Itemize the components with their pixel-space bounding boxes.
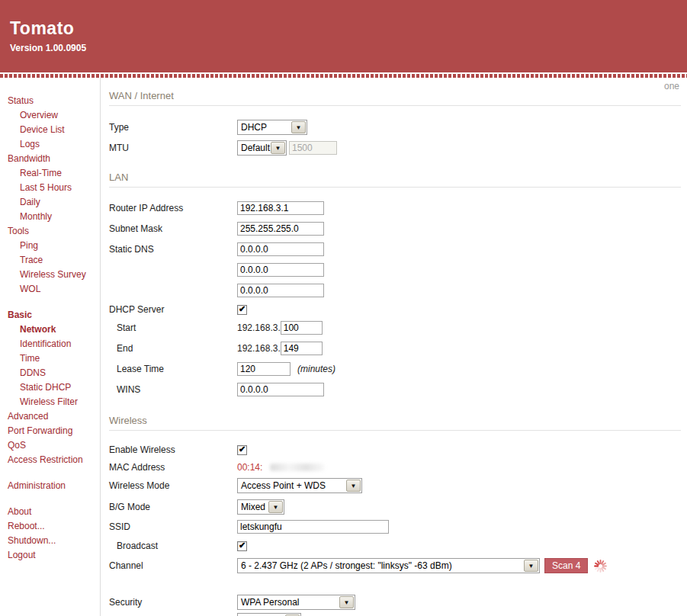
channel-row: Channel 6 - 2.437 GHz (2 APs / strongest…	[109, 558, 681, 573]
channel-label: Channel	[109, 560, 237, 571]
static-dns-input-3[interactable]	[237, 284, 324, 297]
security-label: Security	[109, 597, 237, 608]
static-dns-row-2	[109, 263, 681, 277]
wan-type-select[interactable]: DHCP ▼	[237, 120, 307, 135]
dhcp-start-row: Start 192.168.3.	[109, 321, 681, 335]
dhcp-end-input[interactable]	[281, 342, 323, 355]
bg-mode-label: B/G Mode	[109, 502, 237, 512]
sidebar-item-trace[interactable]: Trace	[8, 253, 100, 268]
sidebar-item-reboot[interactable]: Reboot...	[8, 519, 100, 534]
wan-type-label: Type	[109, 122, 237, 133]
bg-mode-select[interactable]: Mixed ▼	[237, 499, 284, 515]
chevron-down-icon: ▼	[346, 480, 361, 492]
enable-wireless-checkbox[interactable]: ✔	[237, 445, 247, 455]
security-selected-value: WPA Personal	[241, 597, 299, 608]
mac-address-value: 00:14:	[237, 462, 262, 473]
chevron-down-icon: ▼	[271, 142, 285, 154]
sidebar-item-basic[interactable]: Basic	[8, 308, 100, 322]
sidebar-item-administration[interactable]: Administration	[8, 479, 100, 493]
wins-input[interactable]	[237, 383, 324, 396]
sidebar-item-time[interactable]: Time	[8, 351, 100, 366]
scan-button[interactable]: Scan 4	[544, 558, 588, 573]
sidebar-item-port-forwarding[interactable]: Port Forwarding	[8, 424, 100, 438]
sidebar-item-qos[interactable]: QoS	[8, 438, 100, 453]
static-dns-row-1: Static DNS	[109, 242, 681, 256]
ssid-row: SSID	[109, 520, 681, 534]
sidebar-item-access-restriction[interactable]: Access Restriction	[8, 453, 100, 467]
sidebar-item-real-time[interactable]: Real-Time	[8, 166, 100, 181]
sidebar-item-bandwidth[interactable]: Bandwidth	[8, 152, 100, 166]
dhcp-server-checkbox[interactable]: ✔	[237, 305, 247, 315]
channel-selected-value: 6 - 2.437 GHz (2 APs / strongest: "links…	[241, 560, 452, 571]
router-ip-row: Router IP Address	[109, 201, 681, 215]
sidebar-item-ping[interactable]: Ping	[8, 239, 100, 253]
sidebar-item-monthly[interactable]: Monthly	[8, 210, 100, 224]
chevron-down-icon: ▼	[291, 121, 306, 133]
sidebar-gap	[8, 467, 100, 479]
sidebar-item-ddns[interactable]: DDNS	[8, 366, 100, 380]
sidebar-item-wireless-survey[interactable]: Wireless Survey	[8, 268, 100, 282]
dhcp-start-label: Start	[109, 322, 237, 333]
sidebar-item-wol[interactable]: WOL	[8, 282, 100, 297]
wireless-mode-selected-value: Access Point + WDS	[241, 480, 326, 491]
sidebar-item-daily[interactable]: Daily	[8, 195, 100, 210]
chevron-down-icon: ▼	[339, 596, 354, 608]
wireless-mode-row: Wireless Mode Access Point + WDS ▼	[109, 478, 681, 493]
ssid-input[interactable]	[237, 520, 389, 534]
lease-time-row: Lease Time (minutes)	[109, 362, 681, 376]
sidebar-item-network[interactable]: Network	[8, 322, 100, 337]
sidebar-item-device-list[interactable]: Device List	[8, 123, 100, 137]
sidebar-item-tools[interactable]: Tools	[8, 224, 100, 239]
wins-row: WINS	[109, 383, 681, 396]
subnet-mask-input[interactable]	[237, 222, 324, 236]
sidebar-item-logout[interactable]: Logout	[8, 548, 100, 563]
wan-section-title: WAN / Internet	[109, 90, 681, 106]
sidebar-gap	[8, 493, 100, 505]
encryption-select-partial[interactable]: ▼	[237, 613, 301, 616]
wireless-mode-label: Wireless Mode	[109, 480, 237, 491]
lan-section-title: LAN	[109, 172, 681, 188]
wins-label: WINS	[109, 384, 237, 395]
checkmark-icon: ✔	[239, 541, 246, 550]
sidebar-item-last-5-hours[interactable]: Last 5 Hours	[8, 181, 100, 195]
dhcp-end-row: End 192.168.3.	[109, 342, 681, 355]
lease-time-unit: (minutes)	[297, 364, 335, 374]
broadcast-label: Broadcast	[109, 541, 237, 551]
section-wan: WAN / Internet Type DHCP ▼ MTU Default ▼	[109, 90, 681, 156]
wireless-mode-select[interactable]: Access Point + WDS ▼	[237, 478, 362, 493]
wan-mtu-value-input[interactable]	[289, 141, 337, 155]
lease-time-label: Lease Time	[109, 364, 237, 374]
router-ip-input[interactable]	[237, 201, 324, 215]
broadcast-checkbox[interactable]: ✔	[237, 541, 247, 551]
sidebar-item-identification[interactable]: Identification	[8, 337, 100, 351]
app-version: Version 1.00.0905	[10, 43, 687, 53]
wan-mtu-selected-value: Default	[241, 143, 270, 153]
wan-mtu-select[interactable]: Default ▼	[237, 140, 287, 156]
sidebar-item-status[interactable]: Status	[8, 94, 100, 108]
chevron-down-icon: ▼	[524, 560, 538, 572]
encryption-row-partial: ▼	[109, 613, 681, 616]
ssid-label: SSID	[109, 521, 237, 532]
sidebar-item-static-dhcp[interactable]: Static DHCP	[8, 380, 100, 395]
checkmark-icon: ✔	[239, 445, 246, 454]
dhcp-start-input[interactable]	[281, 321, 323, 335]
channel-select[interactable]: 6 - 2.437 GHz (2 APs / strongest: "links…	[237, 558, 540, 573]
static-dns-row-3	[109, 284, 681, 297]
wan-type-row: Type DHCP ▼	[109, 120, 681, 135]
bg-mode-selected-value: Mixed	[241, 502, 265, 512]
broadcast-row: Broadcast ✔	[109, 541, 681, 551]
sidebar-item-shutdown[interactable]: Shutdown...	[8, 534, 100, 548]
lease-time-input[interactable]	[237, 362, 291, 376]
static-dns-input-1[interactable]	[237, 242, 324, 256]
sidebar-item-wireless-filter[interactable]: Wireless Filter	[8, 395, 100, 409]
sidebar-item-about[interactable]: About	[8, 505, 100, 519]
dhcp-end-prefix: 192.168.3.	[237, 343, 281, 354]
security-row: Security WPA Personal ▼	[109, 595, 681, 610]
static-dns-label: Static DNS	[109, 244, 237, 255]
security-select[interactable]: WPA Personal ▼	[237, 595, 355, 610]
sidebar-item-logs[interactable]: Logs	[8, 137, 100, 152]
page-indicator: one	[664, 81, 679, 91]
sidebar-item-overview[interactable]: Overview	[8, 108, 100, 123]
sidebar-item-advanced[interactable]: Advanced	[8, 409, 100, 424]
static-dns-input-2[interactable]	[237, 263, 324, 277]
